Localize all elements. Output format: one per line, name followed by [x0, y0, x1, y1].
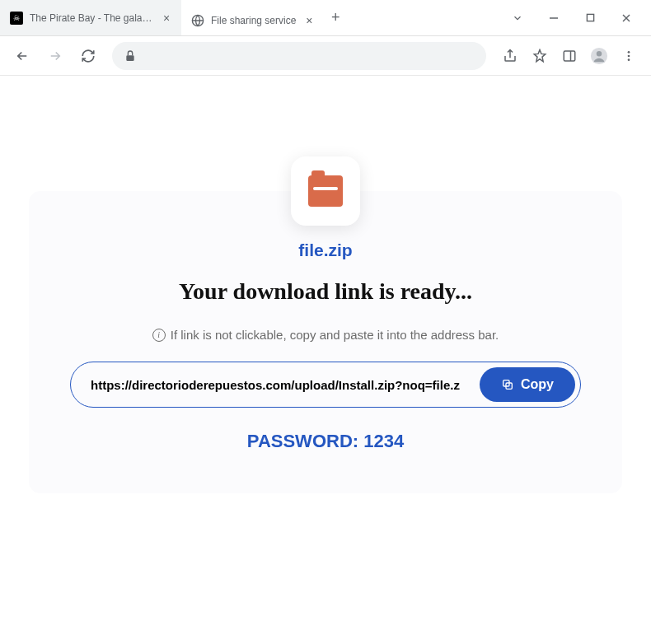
share-button[interactable]: [496, 42, 524, 70]
reload-button[interactable]: [74, 42, 102, 70]
browser-toolbar: [0, 36, 651, 76]
copy-icon: [501, 378, 514, 391]
info-icon: i: [152, 329, 166, 342]
browser-titlebar: ☠ The Pirate Bay - The galaxy's mos × Fi…: [0, 0, 651, 36]
profile-button[interactable]: [585, 42, 613, 70]
svg-point-11: [628, 54, 630, 57]
page-content: pcrisk.com file.zip Your download link i…: [0, 76, 651, 644]
password-label: PASSWORD: 1234: [70, 431, 581, 452]
new-tab-button[interactable]: +: [324, 0, 347, 35]
svg-rect-5: [126, 55, 133, 61]
tab-file-sharing[interactable]: File sharing service ×: [181, 5, 324, 35]
download-card: file.zip Your download link is ready... …: [29, 191, 622, 493]
svg-point-12: [628, 58, 630, 61]
copy-label: Copy: [521, 377, 554, 392]
bookmark-button[interactable]: [526, 42, 554, 70]
pirate-favicon-icon: ☠: [10, 12, 23, 25]
lock-icon: [124, 49, 137, 63]
hint-label: If link is not clickable, copy and paste…: [171, 328, 499, 342]
filename: file.zip: [70, 240, 581, 260]
menu-button[interactable]: [615, 42, 643, 70]
download-url[interactable]: https://directorioderepuestos.com/upload…: [91, 378, 471, 392]
back-button[interactable]: [8, 42, 36, 70]
tab-title: File sharing service: [211, 15, 296, 26]
file-icon-wrap: [291, 156, 360, 226]
close-icon[interactable]: ×: [160, 12, 173, 25]
folder-icon: [308, 175, 343, 207]
ready-heading: Your download link is ready...: [70, 278, 581, 305]
hint-text: i If link is not clickable, copy and pas…: [70, 328, 581, 342]
tab-title: The Pirate Bay - The galaxy's mos: [30, 12, 153, 24]
svg-rect-6: [564, 51, 575, 61]
svg-point-10: [628, 51, 630, 54]
maximize-icon[interactable]: [580, 8, 600, 28]
svg-rect-2: [587, 14, 593, 21]
close-icon[interactable]: ×: [302, 14, 316, 27]
url-row: https://directorioderepuestos.com/upload…: [70, 362, 581, 408]
window-controls: [508, 0, 651, 35]
address-bar[interactable]: [112, 42, 486, 70]
copy-button[interactable]: Copy: [480, 367, 575, 402]
tab-pirate-bay[interactable]: ☠ The Pirate Bay - The galaxy's mos ×: [0, 0, 181, 35]
forward-button[interactable]: [41, 42, 69, 70]
minimize-icon[interactable]: [544, 8, 564, 28]
svg-point-9: [597, 51, 602, 56]
globe-favicon-icon: [191, 14, 204, 27]
close-window-icon[interactable]: [616, 8, 636, 28]
chevron-down-icon[interactable]: [508, 8, 527, 28]
side-panel-button[interactable]: [555, 42, 583, 70]
